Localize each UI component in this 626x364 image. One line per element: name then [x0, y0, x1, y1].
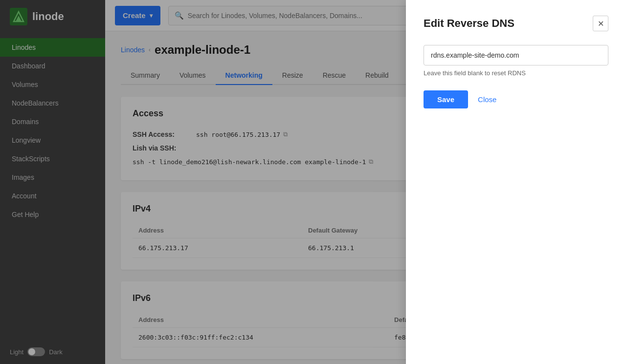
modal-close-x-button[interactable]: ✕	[593, 16, 608, 31]
modal-hint-text: Leave this field blank to reset RDNS	[424, 69, 608, 77]
close-button[interactable]: Close	[478, 95, 496, 104]
save-button[interactable]: Save	[424, 90, 468, 108]
modal-actions: Save Close	[424, 90, 608, 108]
modal-title: Edit Reverse DNS	[424, 17, 514, 30]
modal-overlay[interactable]: Edit Reverse DNS ✕ Leave this field blan…	[0, 0, 626, 364]
modal-header: Edit Reverse DNS ✕	[424, 16, 608, 31]
edit-reverse-dns-modal: Edit Reverse DNS ✕ Leave this field blan…	[406, 0, 626, 364]
rdns-input[interactable]	[424, 45, 608, 65]
